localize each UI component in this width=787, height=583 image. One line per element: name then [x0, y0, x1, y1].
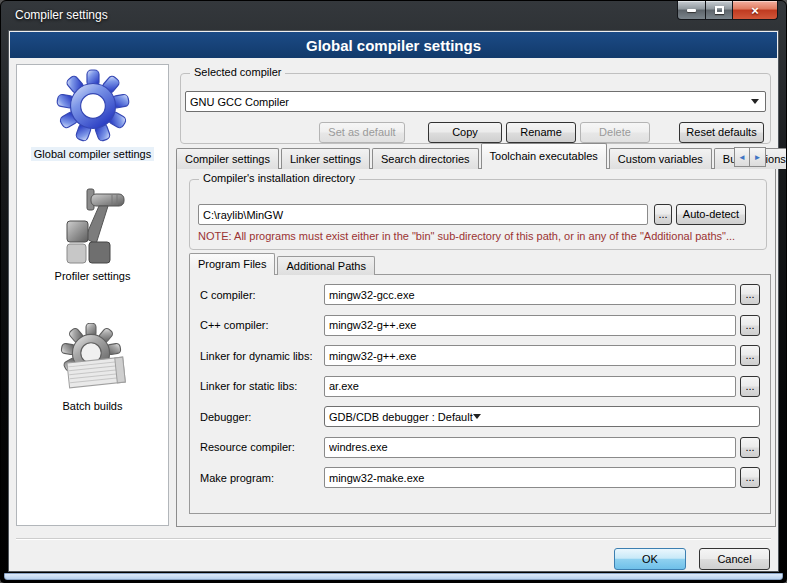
sidebar-item-batch-builds[interactable]: Batch builds	[17, 323, 168, 413]
tab-compiler-settings[interactable]: Compiler settings	[176, 148, 279, 169]
field-row-c-compiler: C compiler: ...	[200, 284, 760, 305]
installation-directory-group: Compiler's installation directory ... Au…	[189, 179, 767, 250]
compiler-select[interactable]: GNU GCC Compiler	[185, 91, 766, 112]
tab-program-files[interactable]: Program Files	[189, 253, 275, 275]
resource-compiler-input[interactable]	[324, 437, 736, 458]
c-compiler-label: C compiler:	[200, 289, 324, 301]
auto-detect-button[interactable]: Auto-detect	[676, 204, 746, 225]
tab-linker-settings[interactable]: Linker settings	[281, 148, 370, 169]
tab-scroll-right-icon[interactable]: ►	[750, 147, 766, 167]
close-button[interactable]: ×	[733, 1, 778, 20]
make-program-browse-button[interactable]: ...	[740, 467, 760, 488]
reset-defaults-button[interactable]: Reset defaults	[679, 122, 764, 143]
sidebar-item-label: Batch builds	[60, 399, 126, 413]
linker-dynamic-label: Linker for dynamic libs:	[200, 350, 324, 362]
tab-custom-variables[interactable]: Custom variables	[609, 148, 712, 169]
sidebar-item-global-compiler-settings[interactable]: Global compiler settings	[17, 67, 168, 161]
browse-directory-button[interactable]: ...	[654, 204, 672, 225]
chevron-down-icon	[473, 414, 481, 419]
installation-directory-legend: Compiler's installation directory	[199, 172, 359, 184]
linker-static-browse-button[interactable]: ...	[740, 376, 760, 397]
compiler-settings-dialog: Compiler settings × Global compiler sett…	[0, 0, 787, 583]
selected-compiler-group: Selected compiler GNU GCC Compiler Set a…	[180, 73, 771, 144]
c-compiler-input[interactable]	[324, 284, 736, 305]
settings-category-list: Global compiler settings	[16, 64, 169, 526]
set-as-default-button[interactable]: Set as default	[319, 122, 405, 143]
debugger-select-value: GDB/CDB debugger : Default	[329, 411, 473, 423]
compiler-select-value: GNU GCC Compiler	[190, 96, 751, 108]
rename-button[interactable]: Rename	[506, 122, 576, 143]
delete-button[interactable]: Delete	[580, 122, 650, 143]
tab-scroll-buttons: ◄ ►	[734, 147, 766, 167]
page-title: Global compiler settings	[306, 37, 481, 54]
page-header: Global compiler settings	[10, 32, 777, 58]
program-files-panel: C compiler: ... C++ compiler: ... Linker…	[189, 274, 771, 514]
program-tabs: Program Files Additional Paths	[189, 253, 377, 275]
sidebar-item-label: Profiler settings	[52, 269, 134, 283]
linker-static-label: Linker for static libs:	[200, 380, 324, 392]
make-program-label: Make program:	[200, 472, 324, 484]
window-bottom-frame	[4, 573, 783, 580]
compiler-tabs: Compiler settings Linker settings Search…	[176, 143, 787, 169]
installation-note: NOTE: All programs must exist either in …	[198, 230, 735, 242]
resource-compiler-label: Resource compiler:	[200, 441, 324, 453]
minimize-button[interactable]	[677, 1, 706, 20]
field-row-linker-static: Linker for static libs: ...	[200, 376, 760, 397]
caliper-blocks-icon	[56, 187, 130, 267]
cpp-compiler-browse-button[interactable]: ...	[740, 315, 760, 336]
linker-dynamic-input[interactable]	[324, 345, 736, 366]
resource-compiler-browse-button[interactable]: ...	[740, 437, 760, 458]
gray-gear-stack-icon	[55, 323, 131, 397]
debugger-label: Debugger:	[200, 411, 324, 423]
close-icon: ×	[751, 4, 759, 17]
cpp-compiler-label: C++ compiler:	[200, 319, 324, 331]
chevron-down-icon	[751, 99, 759, 104]
title-bar[interactable]: Compiler settings ×	[1, 1, 786, 30]
linker-dynamic-browse-button[interactable]: ...	[740, 345, 760, 366]
tab-scroll-left-icon[interactable]: ◄	[734, 147, 750, 167]
cpp-compiler-input[interactable]	[324, 315, 736, 336]
tab-search-directories[interactable]: Search directories	[372, 148, 479, 169]
blue-gear-icon	[55, 67, 131, 145]
field-row-debugger: Debugger: GDB/CDB debugger : Default	[200, 406, 760, 427]
field-row-cpp-compiler: C++ compiler: ...	[200, 315, 760, 336]
make-program-input[interactable]	[324, 467, 736, 488]
selected-compiler-legend: Selected compiler	[190, 66, 285, 78]
linker-static-input[interactable]	[324, 376, 736, 397]
minimize-icon	[687, 9, 696, 12]
field-row-make-program: Make program: ...	[200, 467, 760, 488]
installation-directory-input[interactable]	[198, 204, 648, 225]
field-row-resource-compiler: Resource compiler: ...	[200, 437, 760, 458]
c-compiler-browse-button[interactable]: ...	[740, 284, 760, 305]
cancel-button[interactable]: Cancel	[699, 548, 770, 570]
maximize-icon	[715, 6, 724, 14]
sidebar-item-label: Global compiler settings	[31, 147, 154, 161]
tab-toolchain-executables[interactable]: Toolchain executables	[481, 143, 607, 169]
ok-button[interactable]: OK	[614, 548, 686, 570]
debugger-select[interactable]: GDB/CDB debugger : Default	[324, 406, 760, 427]
copy-button[interactable]: Copy	[428, 122, 502, 143]
footer-divider	[16, 538, 771, 540]
tab-additional-paths[interactable]: Additional Paths	[277, 256, 375, 275]
toolchain-executables-panel: Compiler's installation directory ... Au…	[176, 168, 776, 527]
dialog-client-area: Global compiler settings	[8, 30, 779, 572]
maximize-button[interactable]	[706, 1, 733, 20]
field-row-linker-dynamic: Linker for dynamic libs: ...	[200, 345, 760, 366]
window-title: Compiler settings	[15, 8, 108, 22]
sidebar-item-profiler-settings[interactable]: Profiler settings	[17, 187, 168, 283]
